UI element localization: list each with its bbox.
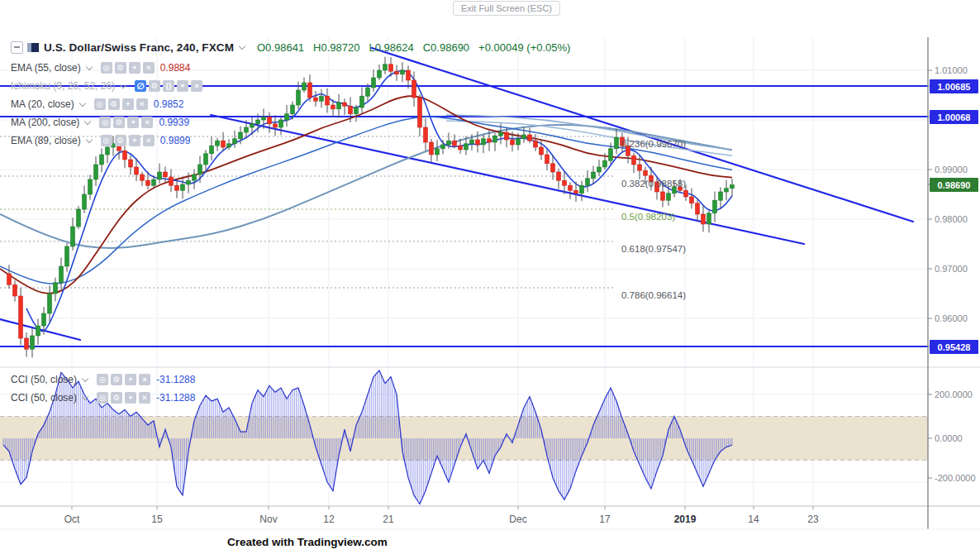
ohlc-high: H0.98720 (313, 41, 359, 54)
cci-legend: CCI (50, close) ◎⚙+× -31.1288 CCI (50, c… (11, 373, 195, 409)
indicator-row-ema89[interactable]: EMA (89, close) ◎⚙+× 0.9899 (11, 134, 570, 147)
price-tick-label: 1.01000 (935, 65, 968, 75)
fib-level-label: 0.5(0.98203) (621, 212, 675, 222)
plus-icon[interactable]: + (122, 98, 134, 110)
ohlc-close: C0.98690 (423, 41, 469, 54)
time-label: 23 (807, 514, 818, 525)
braces-icon[interactable]: {} (163, 80, 174, 92)
attribution-text: Created with Tradingview.com (227, 536, 388, 548)
plus-icon[interactable]: + (177, 80, 188, 92)
indicator-actions: ◎⚙+× (97, 392, 150, 404)
time-label: 2019 (674, 514, 697, 525)
fib-level-label: 0.382(0.98858) (621, 179, 686, 189)
chevron-down-icon[interactable] (83, 375, 88, 381)
chevron-down-icon[interactable] (121, 82, 126, 88)
cci-tick-label: 0.0000 (935, 433, 963, 443)
symbol-row[interactable]: U.S. Dollar/Swiss Franc, 240, FXCM O0.98… (11, 40, 570, 55)
plus-icon[interactable]: + (129, 62, 140, 74)
price-tick-label: 0.98000 (935, 214, 968, 224)
time-axis[interactable]: Oct15Nov1221Dec1720191423 (0, 507, 928, 529)
fib-level-label: 0.618(0.97547) (621, 244, 686, 254)
time-label: 15 (151, 514, 162, 525)
price-tick-label: 0.99000 (935, 165, 968, 174)
time-label: 14 (748, 514, 759, 525)
indicator-row-ma20[interactable]: MA (20, close) ◎⚙+× 0.9852 (11, 98, 570, 111)
plus-icon[interactable]: + (127, 117, 139, 128)
indicator-value: 0.9939 (159, 117, 189, 128)
eye-off-icon[interactable]: ∅ (135, 80, 146, 92)
gear-icon[interactable]: ⚙ (113, 117, 125, 128)
fib-level-label: 0.236(0.99670) (621, 139, 686, 149)
target-icon[interactable]: ◎ (94, 98, 106, 110)
price-badge: 1.00685 (930, 79, 978, 93)
target-icon[interactable]: ◎ (99, 117, 111, 128)
price-axis[interactable]: 1.010000.990000.980000.970000.96000200.0… (929, 0, 980, 529)
chevron-down-icon[interactable] (87, 64, 93, 69)
close-icon[interactable]: × (136, 98, 148, 110)
time-label: Nov (259, 514, 277, 525)
indicator-label: EMA (89, close) (11, 135, 81, 146)
symbol-flag-icon (27, 43, 39, 52)
indicator-label: MA (200, close) (11, 117, 79, 128)
close-icon[interactable]: × (141, 117, 153, 128)
close-icon[interactable]: × (139, 374, 150, 385)
plus-icon[interactable]: + (129, 135, 140, 146)
ohlc-change: +0.00049 (+0.05%) (478, 41, 570, 54)
gear-icon[interactable]: ⚙ (108, 98, 120, 110)
exit-fullscreen-button[interactable]: Exit Full Screen (ESC) (453, 1, 560, 16)
chevron-down-icon[interactable] (83, 394, 88, 399)
tradingview-fullscreen-chart: { "tooltip": { "exit_fullscreen": "Exit … (0, 0, 980, 559)
close-icon[interactable]: × (143, 62, 155, 74)
indicator-row-cci-1[interactable]: CCI (50, close) ◎⚙+× -31.1288 (11, 373, 195, 386)
indicator-row-cci-2[interactable]: CCI (50, close) ◎⚙+× -31.1288 (11, 391, 195, 404)
indicator-actions: ◎⚙+× (97, 374, 150, 385)
price-badge: 0.98690 (930, 178, 978, 192)
chevron-down-icon[interactable] (240, 43, 245, 49)
indicator-value: -31.1288 (156, 392, 195, 404)
close-icon[interactable]: × (139, 392, 150, 404)
gear-icon[interactable]: ⚙ (111, 374, 122, 385)
chevron-down-icon[interactable] (85, 118, 91, 124)
ohlc-open: O0.98641 (257, 41, 304, 54)
fib-level-label: 0.786(0.96614) (621, 290, 686, 300)
time-label: 12 (323, 514, 334, 525)
chevron-down-icon[interactable] (80, 100, 86, 106)
gear-icon[interactable]: ⚙ (149, 80, 160, 92)
collapse-pane-icon[interactable] (11, 41, 23, 54)
close-icon[interactable]: × (191, 80, 202, 92)
time-label: Oct (64, 514, 80, 525)
indicator-label: MA (20, close) (11, 98, 74, 110)
target-icon[interactable]: ◎ (101, 62, 112, 74)
symbol-title[interactable]: U.S. Dollar/Swiss Franc, 240, FXCM (44, 41, 234, 54)
gear-icon[interactable]: ⚙ (115, 135, 126, 146)
price-badge: 0.95428 (930, 340, 978, 354)
time-label: 21 (383, 514, 393, 525)
target-icon[interactable]: ◎ (97, 392, 108, 404)
price-badge: 1.00068 (930, 110, 978, 124)
legend: U.S. Dollar/Swiss Franc, 240, FXCM O0.98… (11, 40, 570, 152)
indicator-row-ichimoku[interactable]: Ichimoku (9, 26, 52, 26) ∅⚙{}+× (11, 79, 570, 93)
indicator-label: EMA (55, close) (11, 62, 81, 74)
gear-icon[interactable]: ⚙ (111, 392, 122, 404)
indicator-label: Ichimoku (9, 26, 52, 26) (11, 80, 115, 92)
indicator-actions: ◎⚙+× (99, 117, 153, 128)
cci-tick-label: 200.0000 (935, 389, 973, 399)
price-tick-label: 0.96000 (935, 313, 968, 323)
plus-icon[interactable]: + (125, 392, 136, 404)
gear-icon[interactable]: ⚙ (115, 62, 126, 74)
target-icon[interactable]: ◎ (101, 135, 112, 146)
cci-tick-label: -200.0000 (935, 473, 976, 483)
indicator-label: CCI (50, close) (11, 374, 77, 385)
indicator-value: 0.9852 (154, 98, 184, 110)
indicator-actions: ◎⚙+× (101, 62, 155, 74)
close-icon[interactable]: × (143, 135, 155, 146)
target-icon[interactable]: ◎ (97, 374, 108, 385)
indicator-value: 0.9899 (160, 135, 191, 146)
time-label: 17 (599, 514, 610, 525)
indicator-row-ma200[interactable]: MA (200, close) ◎⚙+× 0.9939 (11, 116, 570, 129)
indicator-value: -31.1288 (156, 374, 195, 385)
plus-icon[interactable]: + (125, 374, 136, 385)
price-tick-label: 0.97000 (935, 264, 968, 274)
indicator-row-ema55[interactable]: EMA (55, close) ◎⚙+× 0.9884 (11, 61, 570, 74)
chevron-down-icon[interactable] (87, 136, 93, 142)
